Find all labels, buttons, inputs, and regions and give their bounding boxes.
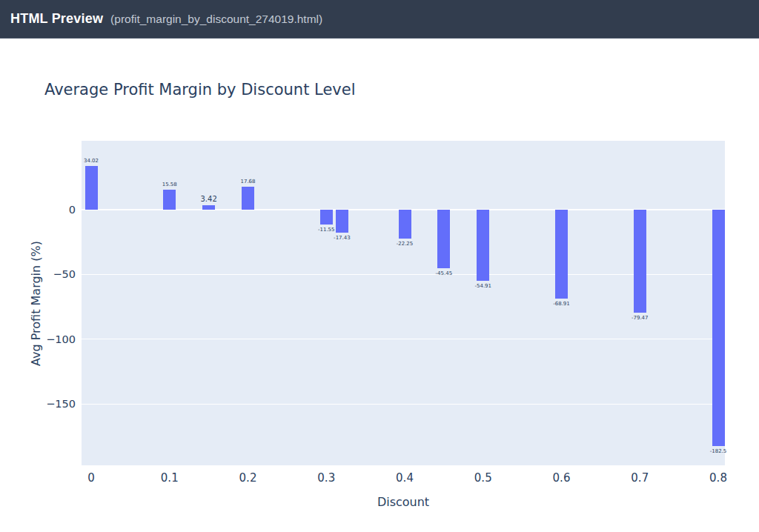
bar xyxy=(242,187,254,210)
preview-header: HTML Preview (profit_margin_by_discount_… xyxy=(0,0,759,39)
bar-value-label: -68.91 xyxy=(553,301,570,307)
bar xyxy=(85,166,98,210)
y-tick-label: −50 xyxy=(9,268,76,280)
bar-value-label: -54.91 xyxy=(474,283,491,289)
bar xyxy=(437,210,450,268)
bar xyxy=(336,210,348,232)
bar-value-label: -45.45 xyxy=(436,270,453,276)
chart-title: Average Profit Margin by Discount Level xyxy=(44,81,356,99)
y-tick-label: −150 xyxy=(9,398,76,410)
x-tick-label: 0.2 xyxy=(239,471,257,485)
bar-value-label: -17.43 xyxy=(334,235,351,241)
bar-value-label: -79.47 xyxy=(632,315,649,321)
y-gridline xyxy=(82,404,725,405)
x-tick-label: 0.8 xyxy=(709,471,727,485)
bar-value-label: 17.68 xyxy=(240,179,255,184)
chart-figure: Average Profit Margin by Discount Level … xyxy=(0,39,759,532)
html-preview-window: HTML Preview (profit_margin_by_discount_… xyxy=(0,0,759,532)
x-tick-label: 0.3 xyxy=(317,471,335,485)
x-tick-label: 0.4 xyxy=(396,471,414,485)
bar-value-label: 34.02 xyxy=(84,158,99,164)
x-tick-label: 0.6 xyxy=(553,471,571,485)
preview-title: HTML Preview xyxy=(10,11,103,27)
x-tick-label: 0 xyxy=(87,471,95,485)
y-gridline xyxy=(82,274,725,275)
y-gridline xyxy=(82,339,725,339)
bar-value-label: -11.55 xyxy=(318,227,335,233)
x-tick-label: 0.1 xyxy=(161,471,179,485)
bar xyxy=(477,210,489,281)
bar xyxy=(555,210,568,299)
bar xyxy=(399,210,411,239)
bar-value-label: -182.5 xyxy=(710,448,727,454)
y-tick-label: −100 xyxy=(9,333,76,345)
bar-value-label: -22.25 xyxy=(397,241,414,247)
y-tick-label: 0 xyxy=(9,204,76,216)
bar-value-label: 15.58 xyxy=(162,182,177,187)
bar xyxy=(163,190,176,210)
bar xyxy=(712,210,725,446)
y-axis-title: Avg Profit Margin (%) xyxy=(29,222,43,385)
plot-area: 34.0215.583.4217.68-11.55-17.43-22.25-45… xyxy=(82,141,725,465)
bar-value-label: 3.42 xyxy=(200,195,216,203)
x-tick-label: 0.5 xyxy=(474,471,492,485)
bar xyxy=(634,210,646,313)
x-axis-title: Discount xyxy=(82,495,725,509)
bar xyxy=(202,205,215,210)
x-tick-label: 0.7 xyxy=(631,471,649,485)
preview-filename: (profit_margin_by_discount_274019.html) xyxy=(110,13,322,26)
bar xyxy=(320,210,333,225)
